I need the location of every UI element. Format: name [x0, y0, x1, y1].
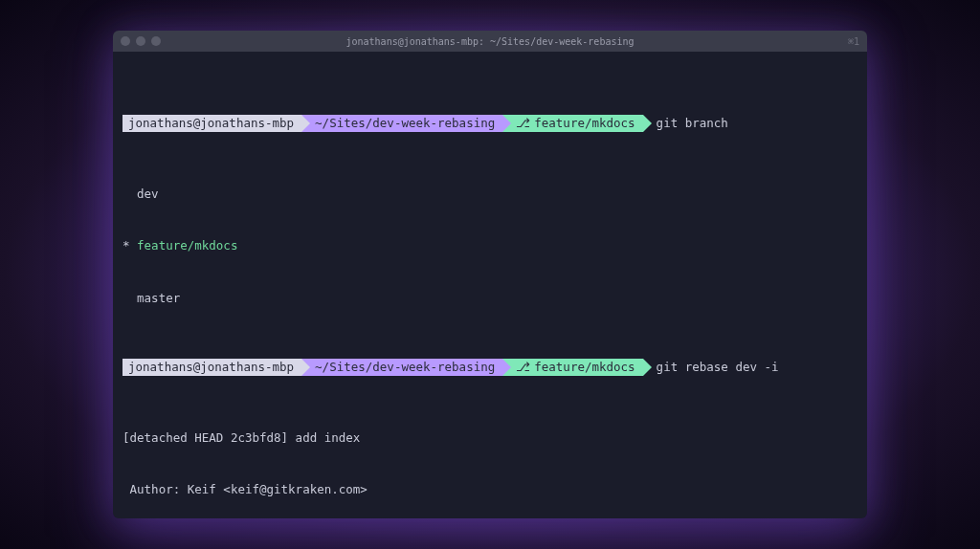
- minimize-button[interactable]: [136, 36, 145, 46]
- titlebar-right: ⌘1: [848, 36, 859, 47]
- command-text: git branch: [657, 115, 728, 132]
- close-button[interactable]: [121, 36, 130, 46]
- branch-icon: ⎇: [516, 115, 530, 132]
- prompt-line-2: jonathans@jonathans-mbp ~/Sites/dev-week…: [122, 359, 858, 376]
- output-line: * feature/mkdocs: [122, 237, 858, 254]
- output-line: dev: [122, 186, 858, 203]
- prompt-user-segment: jonathans@jonathans-mbp: [122, 115, 301, 132]
- maximize-button[interactable]: [151, 36, 161, 46]
- output-line: Author: Keif <keif@gitkraken.com>: [122, 481, 858, 498]
- prompt-path-segment: ~/Sites/dev-week-rebasing: [301, 115, 502, 132]
- prompt-path-segment: ~/Sites/dev-week-rebasing: [301, 359, 502, 376]
- output-line: [detached HEAD 2c3bfd8] add index: [122, 429, 858, 447]
- branch-name: feature/mkdocs: [534, 115, 635, 132]
- titlebar: jonathans@jonathans-mbp: ~/Sites/dev-wee…: [113, 31, 867, 52]
- prompt-line-1: jonathans@jonathans-mbp ~/Sites/dev-week…: [122, 115, 858, 132]
- current-branch: feature/mkdocs: [137, 238, 237, 253]
- branch-name: feature/mkdocs: [534, 359, 635, 376]
- prompt-branch-segment: ⎇feature/mkdocs: [502, 115, 642, 132]
- traffic-lights: [121, 36, 161, 46]
- terminal-body[interactable]: jonathans@jonathans-mbp ~/Sites/dev-week…: [113, 52, 867, 518]
- branch-icon: ⎇: [516, 359, 530, 376]
- terminal-window: jonathans@jonathans-mbp: ~/Sites/dev-wee…: [113, 31, 867, 518]
- window-title: jonathans@jonathans-mbp: ~/Sites/dev-wee…: [345, 36, 634, 47]
- prompt-user-segment: jonathans@jonathans-mbp: [122, 359, 301, 376]
- output-line: master: [122, 290, 858, 307]
- command-text: git rebase dev -i: [657, 359, 779, 376]
- prompt-branch-segment: ⎇feature/mkdocs: [502, 359, 642, 376]
